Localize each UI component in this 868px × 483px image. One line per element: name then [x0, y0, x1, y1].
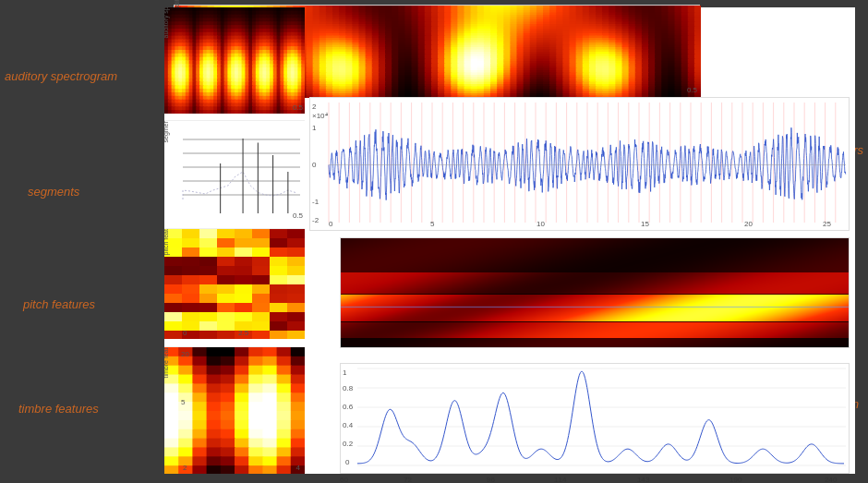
wave-x20: 20 [744, 220, 753, 228]
timbre-ylabel: timbre features [164, 346, 169, 379]
wave-x0: 0 [329, 220, 332, 228]
spec-x60: 60 [340, 476, 348, 483]
pitch-xlabel-2: 2.5 [238, 329, 248, 337]
wave-yn1: -1 [312, 198, 319, 206]
pitch-features-label: pitch features [23, 297, 95, 311]
tempo-spectrum-canvas [341, 364, 850, 474]
pitch-canvas [164, 229, 305, 339]
wave-yn2: -2 [312, 216, 319, 224]
timbre-ymid: 5 [181, 398, 185, 406]
timbre-xlabel-4: 4 [296, 464, 300, 472]
auditory-xmax: 0.5 [293, 103, 303, 112]
spec-x96: 96 [487, 476, 495, 483]
tempogram-panel [340, 237, 850, 348]
tempogram-canvas [341, 238, 850, 348]
wave-y1: 1 [312, 124, 316, 132]
seg-xmax: 0.5 [293, 211, 303, 220]
segments-label: segments [28, 185, 79, 199]
spec-y1: 1 [343, 368, 346, 377]
tempo-spectrum-panel: 1 0.8 0.6 0.4 0.2 0 [340, 363, 850, 474]
wave-x25: 25 [823, 220, 831, 228]
waveform-canvas [310, 98, 850, 231]
app-background: auditory spectrogram segments pitch feat… [0, 0, 868, 483]
wave-y0: 0 [312, 161, 316, 169]
auditory-spectrogram-label: auditory spectrogram [5, 69, 117, 83]
wave-yunit: ×10⁴ [312, 112, 328, 120]
spec-x143: 143 [637, 476, 649, 483]
top-spec-xmax: 0.5 [687, 86, 697, 94]
auditory-spec-small: auditory spectrogram 0.5 [164, 7, 305, 114]
timbre-features-label: timbre features [18, 402, 99, 416]
spec-y0: 0 [345, 458, 349, 466]
pitch-xlabel-0: 0 [183, 329, 187, 337]
spec-y08: 0.8 [343, 384, 353, 392]
seg-ylabel: segmentation [164, 120, 169, 143]
spec-x72: 72 [404, 476, 412, 483]
pitch-ylabel: pitch features [164, 228, 169, 256]
spec-y02: 0.2 [343, 440, 353, 448]
spec-x114: 114 [554, 476, 566, 483]
timbre-xlabel-0: 2 [183, 464, 187, 472]
spec-x190: 190 [729, 476, 741, 483]
timbre-ymax: 20 [181, 350, 189, 358]
wave-x15: 15 [641, 220, 649, 228]
spec-x240: 240 [825, 476, 837, 483]
spec-y06: 0.6 [343, 403, 353, 411]
wave-x10: 10 [536, 220, 545, 228]
pitch-features-small: pitch features 0 2.5 [164, 228, 305, 339]
auditory-spec-small-canvas [164, 7, 305, 114]
spec-y04: 0.4 [343, 421, 353, 429]
beat-markers-panel: 2 1 0 -1 -2 ×10⁴ 0 5 10 15 20 25 [309, 97, 850, 231]
wave-x5: 5 [430, 220, 434, 228]
segmentation-small: segmentation 0.5 [164, 120, 305, 222]
segmentation-canvas [164, 121, 305, 222]
wave-y2: 2 [312, 103, 316, 111]
timbre-features-small: timbre features 2 4 20 5 [164, 346, 305, 474]
timbre-canvas [164, 347, 305, 474]
auditory-ylabel: auditory spectrogram [164, 7, 169, 39]
